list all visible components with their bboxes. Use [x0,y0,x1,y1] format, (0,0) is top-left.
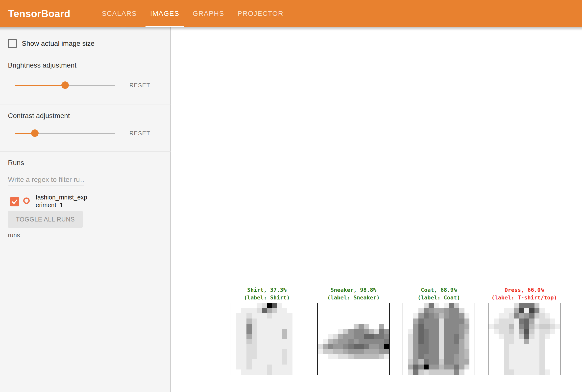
fashion-mnist-image [488,303,560,375]
prediction-figure: Shirt, 37.3% (label: Shirt) [230,286,303,375]
app-title: TensorBoard [8,8,70,19]
prediction-figure: Dress, 66.0% (label: T-shirt/top) [488,286,560,375]
run-item[interactable]: fashion_mnist_experiment_1 [10,194,89,209]
tab-scalars[interactable]: SCALARS [95,0,143,27]
tab-projector[interactable]: PROJECTOR [231,0,290,27]
slider-thumb[interactable] [61,82,69,89]
image-frame [402,303,475,375]
divider [0,56,171,56]
true-label-text: (label: Coat) [402,294,475,302]
tab-bar: SCALARS IMAGES GRAPHS PROJECTOR [95,0,290,27]
brightness-slider[interactable] [15,81,115,89]
prediction-text: Dress, 66.0% [488,286,560,294]
image-frame [317,303,390,375]
contrast-label: Contrast adjustment [8,112,70,120]
prediction-text: Coat, 68.9% [402,286,475,294]
show-actual-size-row[interactable]: Show actual image size [8,39,94,48]
figure-caption: Sneaker, 98.8% (label: Sneaker) [317,286,390,302]
prediction-figure: Sneaker, 98.8% (label: Sneaker) [317,286,390,375]
slider-thumb[interactable] [31,130,38,137]
divider [0,152,171,152]
prediction-text: Shirt, 37.3% [230,286,303,294]
run-checkbox[interactable] [10,197,19,206]
run-radio[interactable] [23,198,30,204]
figure-caption: Coat, 68.9% (label: Coat) [402,286,475,302]
show-actual-size-checkbox[interactable] [8,39,17,48]
prediction-text: Sneaker, 98.8% [317,286,390,294]
image-frame [488,303,560,375]
tensorboard-app: TensorBoard SCALARS IMAGES GRAPHS PROJEC… [0,0,582,392]
true-label-text: (label: T-shirt/top) [488,294,560,302]
tab-graphs[interactable]: GRAPHS [186,0,231,27]
fashion-mnist-image [231,303,303,375]
divider [0,104,171,104]
prediction-figure: Coat, 68.9% (label: Coat) [402,286,475,375]
figure-caption: Shirt, 37.3% (label: Shirt) [230,286,303,302]
runs-footer-label: runs [8,232,20,239]
tab-images[interactable]: IMAGES [144,0,186,27]
app-header: TensorBoard SCALARS IMAGES GRAPHS PROJEC… [0,0,582,27]
figure-caption: Dress, 66.0% (label: T-shirt/top) [488,286,560,302]
runs-heading: Runs [8,159,24,167]
true-label-text: (label: Sneaker) [317,294,390,302]
brightness-label: Brightness adjustment [8,61,76,69]
true-label-text: (label: Shirt) [230,294,303,302]
contrast-reset-button[interactable]: RESET [130,130,150,137]
show-actual-size-label: Show actual image size [22,40,94,48]
run-label: fashion_mnist_experiment_1 [36,194,89,209]
sidebar: Show actual image size Brightness adjust… [0,27,171,392]
check-icon [11,198,18,205]
image-frame [230,303,303,375]
brightness-reset-button[interactable]: RESET [130,82,150,89]
contrast-slider[interactable] [15,129,115,137]
fashion-mnist-image [403,303,474,375]
fashion-mnist-image [318,303,389,375]
slider-fill [15,85,65,86]
run-filter-input[interactable] [8,174,84,186]
toggle-all-runs-button[interactable]: TOGGLE ALL RUNS [8,211,83,228]
